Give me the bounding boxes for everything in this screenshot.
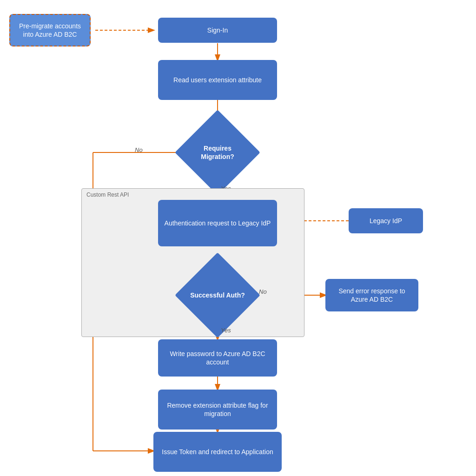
sign-in-box: Sign-In	[158, 18, 277, 43]
no-label-auth: No	[259, 288, 267, 295]
no-label-migration: No	[135, 146, 143, 153]
remove-extension-box: Remove extension attribute flag for migr…	[158, 390, 277, 430]
pre-migrate-box: Pre-migrate accounts into Azure AD B2C	[9, 14, 91, 46]
legacy-idp-box: Legacy IdP	[349, 208, 423, 233]
issue-token-box: Issue Token and redirect to Application	[153, 432, 282, 472]
flowchart-diagram: Pre-migrate accounts into Azure AD B2C S…	[0, 0, 476, 476]
send-error-box: Send error response to Azure AD B2C	[325, 279, 418, 311]
read-users-box: Read users extension attribute	[158, 60, 277, 100]
write-password-box: Write password to Azure AD B2C account	[158, 339, 277, 377]
auth-request-box: Authentication request to Legacy IdP	[158, 200, 277, 246]
successful-auth-diamond: Successful Auth?	[187, 265, 248, 325]
requires-migration-diamond: Requires Migration?	[187, 122, 248, 183]
yes-label-auth: Yes	[221, 327, 231, 334]
